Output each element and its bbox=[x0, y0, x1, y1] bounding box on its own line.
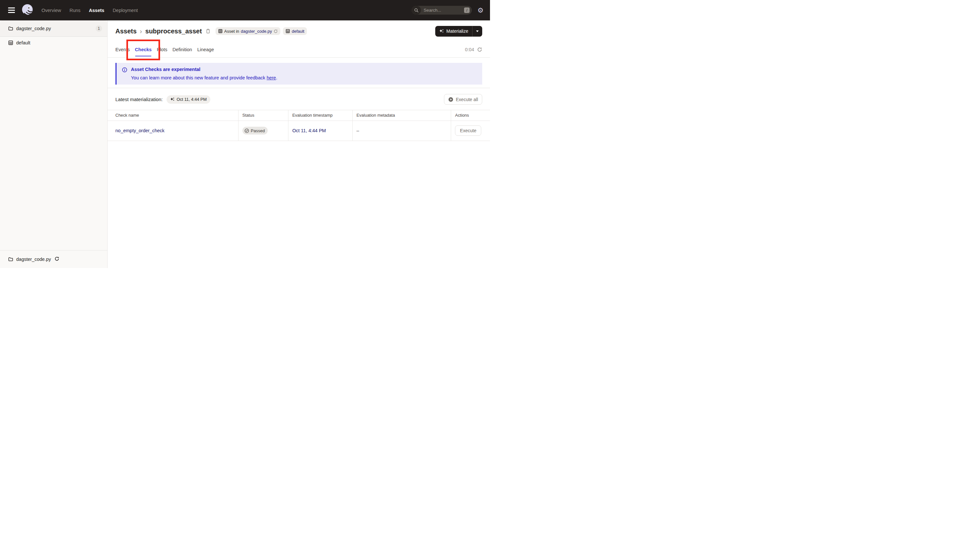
tab-definition[interactable]: Definition bbox=[172, 42, 192, 57]
search-input[interactable]: Search... / bbox=[412, 6, 472, 14]
materialize-label: Materialize bbox=[446, 29, 468, 34]
latest-materialization-label: Latest materialization: bbox=[115, 97, 163, 102]
asset-groups-sidebar: dagster_code.py 1 default dagster_code.p… bbox=[0, 21, 108, 268]
asset-count-badge: 1 bbox=[95, 25, 102, 32]
search-placeholder: Search... bbox=[423, 8, 441, 13]
check-name-link[interactable]: no_empty_order_check bbox=[115, 128, 165, 133]
column-header-check-name: Check name bbox=[108, 110, 238, 121]
asset-group-link[interactable]: default bbox=[292, 29, 304, 34]
tab-plots[interactable]: Plots bbox=[157, 42, 167, 57]
page-title: subprocess_asset bbox=[145, 27, 202, 35]
status-badge: Passed bbox=[242, 127, 268, 135]
asset-tabs: Events Checks Plots Definition Lineage 0… bbox=[108, 42, 490, 58]
folder-icon bbox=[8, 26, 13, 31]
sidebar-item-dagster-code[interactable]: dagster_code.py 1 bbox=[0, 21, 107, 37]
sidebar-footer-code-location[interactable]: dagster_code.py bbox=[0, 250, 107, 268]
info-icon bbox=[122, 67, 127, 80]
hamburger-menu-icon[interactable] bbox=[8, 8, 15, 13]
folder-icon bbox=[8, 257, 13, 262]
asset-group-icon bbox=[8, 40, 13, 45]
table-header-row: Check name Status Evaluation timestamp E… bbox=[108, 110, 490, 121]
asset-icon bbox=[218, 29, 223, 33]
asset-tags: Asset in dagster_code.py default bbox=[215, 27, 307, 35]
asset-page-header: Assets › subprocess_asset Asset in dagst… bbox=[108, 21, 490, 42]
banner-body-text: You can learn more about this new featur… bbox=[131, 75, 267, 80]
search-icon bbox=[412, 6, 421, 14]
materialize-dropdown-button[interactable] bbox=[473, 26, 482, 37]
nav-runs[interactable]: Runs bbox=[69, 8, 80, 13]
reload-code-location-icon[interactable] bbox=[54, 256, 59, 262]
tab-checks[interactable]: Checks bbox=[135, 42, 152, 57]
nav-assets[interactable]: Assets bbox=[89, 8, 104, 13]
latest-materialization-row: Latest materialization: Oct 11, 4:44 PM … bbox=[115, 94, 482, 105]
top-nav-links: Overview Runs Assets Deployment bbox=[41, 8, 138, 13]
status-label: Passed bbox=[251, 128, 265, 133]
section-divider bbox=[108, 88, 490, 88]
dagster-logo[interactable] bbox=[21, 3, 34, 17]
nav-deployment[interactable]: Deployment bbox=[113, 8, 138, 13]
refresh-countdown: 0:04 bbox=[465, 47, 474, 52]
refresh-icon[interactable] bbox=[477, 47, 482, 52]
asset-location-prefix: Asset in bbox=[224, 29, 239, 34]
column-header-actions: Actions bbox=[451, 110, 490, 121]
evaluation-metadata-value: – bbox=[356, 128, 359, 133]
refresh-icon[interactable] bbox=[274, 29, 278, 33]
asset-location-tag: Asset in dagster_code.py bbox=[215, 27, 280, 35]
tab-checks-label: Checks bbox=[135, 47, 152, 52]
chevron-down-icon bbox=[476, 30, 479, 32]
search-shortcut-key: / bbox=[464, 8, 469, 13]
sparkles-icon bbox=[439, 29, 444, 34]
play-circle-icon bbox=[448, 97, 453, 102]
top-navigation-bar: Overview Runs Assets Deployment Search..… bbox=[0, 0, 490, 21]
sidebar-item-label: dagster_code.py bbox=[16, 26, 93, 31]
check-circle-icon bbox=[244, 128, 249, 133]
evaluation-timestamp-link[interactable]: Oct 11, 4:44 PM bbox=[292, 128, 326, 133]
dagster-octopus-icon bbox=[21, 3, 34, 17]
column-header-evaluation-timestamp: Evaluation timestamp bbox=[288, 110, 352, 121]
nav-overview[interactable]: Overview bbox=[41, 8, 61, 13]
sparkles-icon bbox=[170, 97, 175, 102]
breadcrumb-assets-link[interactable]: Assets bbox=[115, 27, 137, 35]
settings-gear-icon[interactable]: ⚙ bbox=[477, 7, 484, 14]
breadcrumb-separator: › bbox=[140, 27, 142, 35]
copy-asset-name-icon[interactable] bbox=[205, 29, 211, 34]
sidebar-empty-area bbox=[0, 49, 107, 250]
latest-materialization-tag[interactable]: Oct 11, 4:44 PM bbox=[167, 95, 210, 104]
checks-table: Check name Status Evaluation timestamp E… bbox=[108, 110, 490, 141]
execute-all-button[interactable]: Execute all bbox=[444, 94, 482, 105]
sidebar-item-default-group[interactable]: default bbox=[0, 37, 107, 49]
banner-body-suffix: . bbox=[276, 75, 277, 80]
execute-button[interactable]: Execute bbox=[455, 126, 481, 136]
column-header-status: Status bbox=[238, 110, 288, 121]
asset-group-icon bbox=[285, 29, 290, 33]
tab-events[interactable]: Events bbox=[115, 42, 130, 57]
latest-materialization-timestamp: Oct 11, 4:44 PM bbox=[177, 97, 207, 102]
code-location-label: dagster_code.py bbox=[16, 257, 51, 262]
code-location-link[interactable]: dagster_code.py bbox=[241, 29, 272, 34]
execute-all-label: Execute all bbox=[456, 97, 478, 102]
feedback-here-link[interactable]: here bbox=[267, 75, 276, 80]
experimental-info-banner: Asset Checks are experimental You can le… bbox=[115, 63, 482, 84]
banner-title: Asset Checks are experimental bbox=[131, 67, 277, 72]
column-header-evaluation-metadata: Evaluation metadata bbox=[353, 110, 451, 121]
table-row: no_empty_order_check Passed Oct 11, 4:44… bbox=[108, 121, 490, 141]
banner-body: You can learn more about this new featur… bbox=[131, 75, 277, 80]
tab-lineage[interactable]: Lineage bbox=[197, 42, 214, 57]
asset-group-tag: default bbox=[283, 27, 307, 35]
main-content: Assets › subprocess_asset Asset in dagst… bbox=[108, 21, 490, 268]
sidebar-item-label: default bbox=[16, 40, 30, 45]
materialize-button[interactable]: Materialize bbox=[435, 26, 482, 37]
